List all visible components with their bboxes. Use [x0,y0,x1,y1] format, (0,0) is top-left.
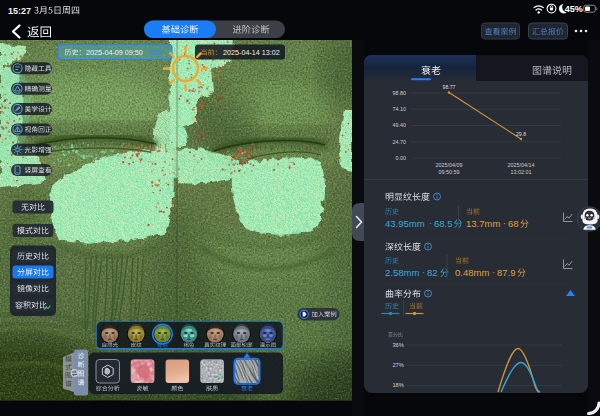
svg-text:43.95mm: 43.95mm [385,218,425,229]
svg-text:98.80: 98.80 [393,90,407,96]
svg-text:74.10: 74.10 [393,106,407,112]
svg-text:2025-04-09 09:50: 2025-04-09 09:50 [86,48,143,57]
svg-text:2.58mm: 2.58mm [385,267,419,278]
svg-text:68: 68 [508,218,519,229]
svg-text:·: · [503,218,506,228]
svg-text:13.7mm: 13.7mm [466,218,500,229]
svg-text:15:27: 15:27 [8,6,31,16]
svg-text:·: · [429,218,432,228]
svg-text:0.48mm: 0.48mm [455,267,489,278]
svg-text:·: · [422,267,425,277]
svg-text:·: · [492,267,495,277]
svg-text:2025/04/14: 2025/04/14 [508,162,535,168]
svg-text:13:02:01: 13:02:01 [511,169,532,175]
svg-text:29.8: 29.8 [516,131,526,137]
svg-text:82: 82 [427,267,438,278]
svg-text:2025-04-14 13:02: 2025-04-14 13:02 [223,48,280,57]
svg-text:98.77: 98.77 [443,84,456,90]
svg-text:2025/04/09: 2025/04/09 [436,162,463,168]
svg-text:27%: 27% [392,362,404,368]
svg-text:87.9: 87.9 [497,267,516,278]
svg-text:24.70: 24.70 [393,139,407,145]
svg-text:68.5: 68.5 [434,218,453,229]
svg-text:09:50:59: 09:50:59 [439,169,460,175]
svg-text:45%: 45% [565,4,583,14]
svg-text:0.00: 0.00 [396,155,407,161]
svg-text:36%: 36% [392,342,404,348]
svg-text:18%: 18% [392,382,404,388]
svg-text:49.40: 49.40 [393,122,407,128]
